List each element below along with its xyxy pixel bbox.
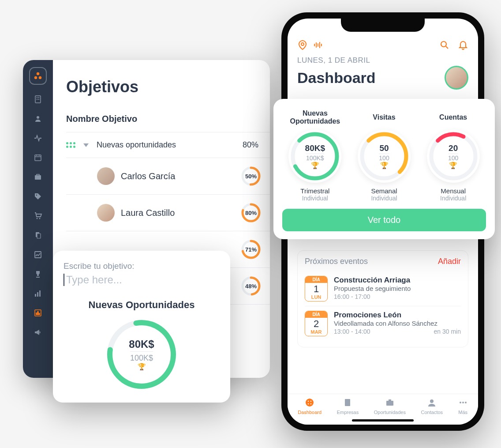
svg-point-44 — [308, 403, 309, 404]
svg-point-34 — [301, 43, 304, 45]
metric-scope: Individual — [440, 195, 466, 202]
events-title: Próximos eventos — [305, 257, 368, 266]
svg-rect-39 — [321, 44, 322, 46]
drag-handle-icon[interactable] — [66, 142, 75, 148]
progress-donut: 71% — [241, 239, 261, 260]
page-title: Objetivos — [66, 78, 270, 96]
tab-contactos[interactable]: Contactos — [421, 398, 443, 415]
svg-rect-38 — [319, 42, 320, 48]
briefcase-icon[interactable] — [33, 172, 43, 182]
svg-point-40 — [441, 41, 446, 47]
svg-rect-21 — [36, 313, 37, 315]
svg-rect-22 — [37, 312, 38, 315]
svg-rect-16 — [35, 252, 41, 258]
event-subtitle: Videollamada con Alfonso Sánchez — [334, 320, 461, 327]
svg-point-49 — [430, 399, 434, 403]
svg-rect-35 — [314, 44, 315, 46]
svg-point-11 — [36, 195, 37, 196]
more-icon — [458, 398, 468, 409]
briefcase-icon — [385, 398, 395, 409]
goal-row-main[interactable]: Nuevas oportunidades 80% — [66, 132, 270, 158]
avatar — [97, 204, 115, 222]
svg-rect-5 — [38, 97, 39, 98]
goal-row-person[interactable]: Carlos García 50% — [66, 158, 270, 195]
svg-rect-18 — [37, 292, 38, 297]
event-relative: en 30 min — [434, 328, 461, 335]
calendar-icon[interactable] — [33, 153, 43, 162]
building-icon[interactable] — [33, 94, 43, 104]
bars-icon[interactable] — [33, 289, 43, 298]
goal-name-input[interactable]: Type here... — [64, 274, 220, 286]
progress-donut: 48% — [241, 276, 261, 296]
event-item[interactable]: DÍA 2 MAR Promociones León Videollamada … — [305, 306, 461, 341]
svg-rect-15 — [37, 233, 41, 238]
table-column-header: Nombre Objetivo — [66, 114, 270, 132]
metric-scope: Individual — [371, 195, 397, 202]
add-event-button[interactable]: Añadir — [438, 257, 461, 266]
voice-icon[interactable] — [312, 40, 323, 53]
person-name: Carlos García — [121, 171, 235, 181]
svg-rect-4 — [37, 97, 37, 98]
svg-point-1 — [34, 76, 37, 79]
cart-icon[interactable] — [33, 211, 43, 221]
sidebar — [23, 60, 53, 378]
goal-input-popup: Escribe tu objetivo: Type here... Nuevas… — [53, 251, 230, 403]
trophy-icon: 🏆 — [449, 162, 457, 169]
metric-donut: 20 100 🏆 — [427, 130, 480, 183]
svg-point-43 — [310, 401, 311, 402]
event-name: Promociones León — [334, 311, 461, 320]
person-name: Laura Castillo — [121, 208, 235, 218]
tag-icon[interactable] — [33, 192, 43, 201]
tab-dashboard[interactable]: Dashboard — [298, 398, 322, 415]
progress-donut: 50% — [241, 166, 261, 186]
date-badge: DÍA 2 MAR — [305, 311, 328, 336]
svg-rect-19 — [39, 290, 41, 297]
building-icon — [343, 398, 352, 409]
metric-cuentas[interactable]: Cuentas 20 100 🏆 Mensual Individual — [420, 108, 486, 202]
megaphone-icon[interactable] — [33, 328, 43, 337]
trophy-icon[interactable] — [33, 269, 43, 279]
home-indicator[interactable] — [352, 419, 414, 422]
metric-visitas[interactable]: Visitas 50 100 🏆 Semanal Individual — [351, 108, 417, 202]
goals-icon[interactable] — [33, 308, 43, 318]
activity-icon[interactable] — [33, 133, 43, 143]
goal-target: 100K$ — [130, 351, 153, 363]
person-icon — [427, 398, 437, 409]
svg-point-52 — [465, 402, 467, 403]
metrics-card: Nuevas Oportunidades 80K$ 100K$ 🏆 Trimes… — [273, 99, 495, 239]
documents-icon[interactable] — [33, 230, 43, 240]
search-icon[interactable] — [439, 40, 450, 53]
svg-rect-23 — [39, 313, 40, 315]
chevron-down-icon[interactable] — [83, 143, 89, 147]
svg-rect-36 — [316, 42, 317, 48]
svg-point-12 — [37, 218, 38, 219]
person-icon[interactable] — [33, 114, 43, 124]
svg-point-13 — [39, 218, 41, 219]
svg-rect-46 — [345, 399, 350, 406]
svg-rect-9 — [35, 155, 41, 161]
app-logo[interactable] — [29, 67, 47, 85]
bell-icon[interactable] — [458, 40, 468, 53]
chart-line-icon[interactable] — [33, 250, 43, 260]
svg-rect-3 — [35, 96, 41, 103]
text-cursor — [64, 274, 64, 286]
metric-scope: Individual — [302, 195, 328, 202]
event-item[interactable]: DÍA 1 LUN Construcción Arriaga Propuesta… — [305, 271, 461, 306]
popup-label: Escribe tu objetivo: — [64, 261, 220, 271]
goal-row-person[interactable]: Laura Castillo 80% — [66, 195, 270, 231]
phone-title: Dashboard — [297, 69, 376, 87]
event-subtitle: Propuesta de seguimiento — [334, 285, 461, 292]
svg-rect-48 — [389, 399, 391, 401]
see-all-button[interactable]: Ver todo — [282, 209, 486, 231]
user-avatar[interactable] — [445, 66, 468, 90]
metric-donut: 80K$ 100K$ 🏆 — [288, 130, 341, 183]
tab-oportunidades[interactable]: Oportunidades — [374, 398, 406, 415]
location-icon[interactable] — [297, 40, 308, 53]
svg-point-50 — [460, 402, 461, 403]
tab-empresas[interactable]: Empresas — [337, 398, 359, 415]
event-name: Construcción Arriaga — [334, 276, 461, 285]
input-placeholder: Type here... — [66, 274, 122, 286]
metric-oportunidades[interactable]: Nuevas Oportunidades 80K$ 100K$ 🏆 Trimes… — [282, 108, 348, 202]
tab-mas[interactable]: Más — [458, 398, 468, 415]
svg-point-0 — [37, 72, 39, 75]
